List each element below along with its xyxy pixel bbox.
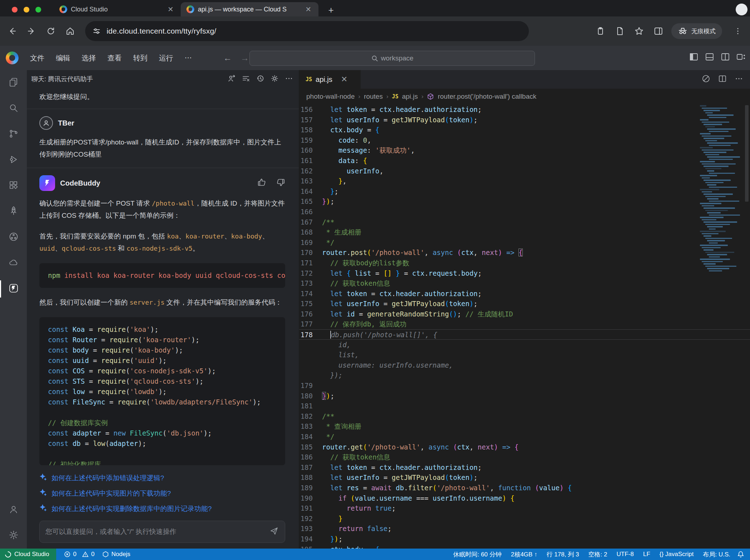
- chat-messages[interactable]: 欢迎您继续提问。 TBer 生成相册的POST请求/photo-wall，随机生…: [27, 88, 299, 465]
- close-tab-icon[interactable]: ✕: [166, 5, 175, 14]
- status-item-7[interactable]: 布局: U.S.: [698, 550, 735, 559]
- status-item-2[interactable]: 行 178, 列 3: [542, 550, 584, 559]
- more-actions-icon[interactable]: [734, 74, 744, 85]
- code-line: 174 let token = ctx.header.authorization…: [299, 289, 750, 299]
- close-tab-icon[interactable]: ✕: [304, 5, 313, 14]
- status-problems[interactable]: 0 0: [64, 551, 94, 558]
- zoom-window-button[interactable]: [35, 7, 41, 13]
- sidebar-item-cloud[interactable]: [0, 250, 27, 276]
- url-text[interactable]: ide.cloud.tencent.com/tty/ryfsxg/: [107, 27, 216, 35]
- chat-code-line: const STS = require('qcloud-cos-sts');: [48, 376, 277, 387]
- editor-scrollbar[interactable]: [745, 105, 749, 202]
- menu-item-1[interactable]: 编辑: [50, 50, 76, 66]
- line-number: 156: [299, 104, 322, 115]
- workspace-search-box[interactable]: workspace: [249, 51, 535, 66]
- close-tab-icon[interactable]: ✕: [340, 75, 349, 84]
- chat-code-block-server[interactable]: const Koa = require('koa');const Router …: [39, 317, 285, 465]
- clipboard-icon[interactable]: [593, 24, 608, 38]
- sidebar-item-remote[interactable]: [0, 199, 27, 225]
- notifications-bell-icon[interactable]: [735, 551, 750, 558]
- browser-home-icon[interactable]: [63, 24, 77, 38]
- settings-icon[interactable]: [271, 74, 279, 84]
- line-number: 179: [299, 380, 322, 391]
- inline-code: qcloud-cos-sts: [62, 245, 116, 252]
- sidebar-item-explorer[interactable]: [0, 70, 27, 96]
- side-panel-icon[interactable]: [651, 24, 666, 38]
- chat-code-block-install[interactable]: npm install koa koa-router koa-body uuid…: [39, 263, 285, 288]
- split-editor-icon[interactable]: [718, 74, 727, 85]
- menu-item-6[interactable]: ⋯: [179, 50, 198, 66]
- chat-input[interactable]: [45, 528, 269, 536]
- code-editor[interactable]: 156 let token = ctx.header.authorization…: [299, 104, 750, 549]
- status-item-3[interactable]: 空格: 2: [584, 550, 612, 559]
- send-icon[interactable]: [269, 526, 279, 537]
- clear-chat-icon[interactable]: [242, 74, 250, 84]
- menu-item-5[interactable]: 运行: [153, 50, 179, 66]
- sidebar-item-source-control[interactable]: [0, 122, 27, 147]
- new-tab-button[interactable]: +: [325, 4, 337, 16]
- cloud-studio-logo[interactable]: [6, 51, 19, 64]
- code-line: 161 data: {: [299, 156, 750, 166]
- bookmark-star-icon[interactable]: [632, 24, 646, 38]
- status-item-5[interactable]: LF: [638, 551, 655, 558]
- status-item-0[interactable]: 休眠时间: 60 分钟: [449, 550, 506, 559]
- share-session-icon[interactable]: [228, 74, 236, 84]
- minimize-window-button[interactable]: [24, 7, 29, 13]
- code-line: 194 });: [299, 534, 750, 544]
- suggestion-item-0[interactable]: 如何在上述代码中添加错误处理逻辑?: [39, 473, 285, 483]
- more-icon[interactable]: [285, 74, 293, 84]
- breadcrumb-item[interactable]: router.post('/photo-wall') callback: [438, 93, 536, 100]
- history-icon[interactable]: [256, 74, 264, 84]
- browser-forward-icon[interactable]: [24, 24, 39, 38]
- thumbs-up-icon[interactable]: [257, 178, 267, 188]
- browser-tab-apijs[interactable]: api.js — workspace — Cloud S ✕: [181, 2, 318, 16]
- thumbs-down-icon[interactable]: [276, 178, 285, 188]
- status-brand[interactable]: Cloud Studio: [0, 549, 56, 560]
- status-item-6[interactable]: {} JavaScript: [655, 551, 698, 558]
- browser-tab-cloud-studio[interactable]: Cloud Studio ✕: [54, 2, 181, 16]
- toggle-panel-icon[interactable]: [704, 51, 715, 64]
- status-item-4[interactable]: UTF-8: [612, 551, 638, 558]
- menu-item-3[interactable]: 查看: [102, 50, 127, 66]
- menu-item-0[interactable]: 文件: [24, 50, 50, 66]
- history-back-icon[interactable]: ←: [219, 53, 236, 63]
- sidebar-item-codebuddy[interactable]: [0, 276, 27, 302]
- reading-list-icon[interactable]: [613, 24, 627, 38]
- sidebar-item-account[interactable]: [0, 497, 27, 523]
- incognito-badge[interactable]: 无痕模式: [671, 23, 722, 39]
- line-number: 174: [299, 289, 322, 299]
- customize-layout-icon[interactable]: [736, 51, 746, 64]
- browser-menu-icon[interactable]: [731, 24, 745, 38]
- browser-reload-icon[interactable]: [44, 24, 58, 38]
- breadcrumb-item[interactable]: photo-wall-node: [306, 93, 355, 100]
- breadcrumb-item[interactable]: api.js: [402, 93, 418, 100]
- suggestion-item-2[interactable]: 如何在上述代码中实现删除数据库中的图片记录功能?: [39, 504, 285, 514]
- status-item-1[interactable]: 2核4GB ↑: [506, 550, 542, 559]
- menu-item-4[interactable]: 转到: [127, 50, 153, 66]
- sidebar-item-search[interactable]: [0, 96, 27, 122]
- suggestion-item-1[interactable]: 如何在上述代码中实现图片的下载功能?: [39, 488, 285, 498]
- open-preview-icon[interactable]: [701, 74, 711, 85]
- code-line: 183 * 查询相册: [299, 421, 750, 432]
- status-runtime[interactable]: Nodejs: [102, 551, 130, 558]
- cluster-icon: [8, 231, 19, 244]
- editor-tab-apijs[interactable]: JS api.js ✕: [299, 70, 361, 89]
- browser-back-icon[interactable]: [5, 24, 19, 38]
- status-right: 休眠时间: 60 分钟2核4GB ↑行 178, 列 3空格: 2UTF-8LF…: [449, 550, 735, 559]
- split-editor-layout-icon[interactable]: [720, 51, 731, 64]
- close-window-button[interactable]: [12, 7, 18, 13]
- code-line: 184 */: [299, 432, 750, 442]
- code-line: 173 // 获取token信息: [299, 278, 750, 289]
- sidebar-item-cluster[interactable]: [0, 225, 27, 250]
- browser-profile-avatar[interactable]: [736, 4, 747, 15]
- menu-item-2[interactable]: 选择: [76, 50, 102, 66]
- sidebar-item-run-debug[interactable]: [0, 147, 27, 173]
- sidebar-item-extensions[interactable]: [0, 173, 27, 199]
- address-bar[interactable]: ide.cloud.tencent.com/tty/ryfsxg/: [85, 21, 529, 41]
- minimap[interactable]: [700, 105, 740, 277]
- line-number: 185: [299, 442, 322, 452]
- toggle-sidebar-icon[interactable]: [688, 51, 699, 64]
- sidebar-item-settings[interactable]: [0, 523, 27, 549]
- site-controls-icon[interactable]: [92, 27, 101, 35]
- breadcrumb-item[interactable]: routes: [364, 93, 383, 100]
